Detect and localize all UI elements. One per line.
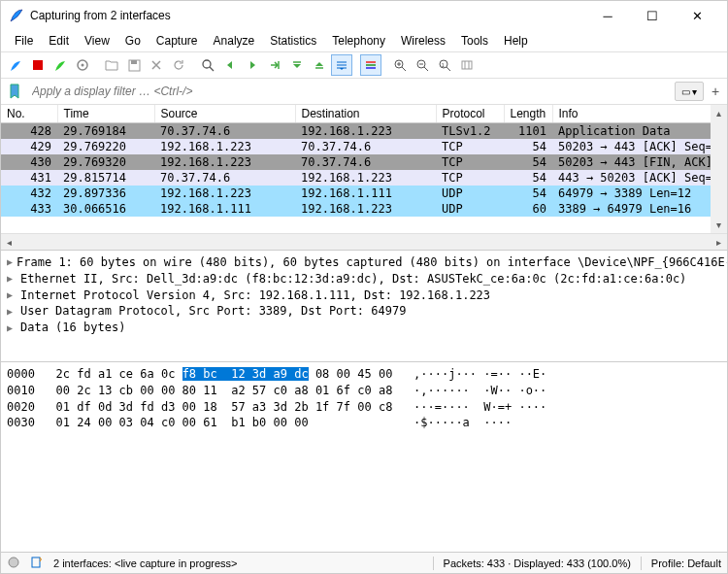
packet-row[interactable]: 43129.81571470.37.74.6192.168.1.223TCP54… bbox=[1, 170, 727, 186]
details-text: Data (16 bytes) bbox=[20, 320, 125, 336]
save-file-button[interactable] bbox=[123, 54, 145, 76]
goto-packet-button[interactable] bbox=[264, 54, 285, 76]
packet-row[interactable]: 42929.769220192.168.1.22370.37.74.6TCP54… bbox=[1, 139, 727, 154]
svg-rect-30 bbox=[32, 557, 40, 567]
svg-line-17 bbox=[402, 67, 406, 71]
filter-bar: ▭ ▾ + bbox=[1, 79, 727, 105]
hex-row[interactable]: 0020 01 df 0d 3d fd d3 00 18 57 a3 3d 2b… bbox=[7, 399, 721, 416]
toolbar: 1 bbox=[1, 51, 727, 79]
details-row[interactable]: ▶Data (16 bytes) bbox=[7, 320, 721, 336]
details-row[interactable]: ▶User Datagram Protocol, Src Port: 3389,… bbox=[7, 303, 721, 320]
zoom-reset-button[interactable]: 1 bbox=[434, 54, 455, 76]
svg-point-5 bbox=[203, 60, 211, 68]
add-filter-button[interactable]: + bbox=[708, 84, 723, 99]
expander-icon[interactable]: ▶ bbox=[7, 305, 17, 319]
status-bar: 2 interfaces: <live capture in progress>… bbox=[1, 552, 727, 573]
col-destination[interactable]: Destination bbox=[295, 105, 436, 123]
maximize-button[interactable]: ☐ bbox=[630, 1, 675, 30]
col-source[interactable]: Source bbox=[154, 105, 295, 123]
titlebar: Capturing from 2 interfaces ─ ☐ ✕ bbox=[1, 1, 727, 30]
scroll-left-icon[interactable]: ◂ bbox=[1, 234, 17, 251]
hex-row[interactable]: 0030 01 24 00 03 04 c0 00 61 b1 b0 00 00… bbox=[7, 415, 721, 431]
svg-line-21 bbox=[424, 67, 428, 71]
filter-expression-button[interactable]: ▭ ▾ bbox=[675, 82, 704, 101]
svg-rect-15 bbox=[366, 67, 376, 69]
packet-row[interactable]: 43330.066516192.168.1.111192.168.1.223UD… bbox=[1, 201, 727, 217]
svg-rect-13 bbox=[366, 61, 376, 63]
packet-row[interactable]: 43029.769320192.168.1.22370.37.74.6TCP54… bbox=[1, 154, 727, 170]
capture-options-button[interactable] bbox=[72, 54, 93, 76]
open-file-button[interactable] bbox=[101, 54, 122, 76]
auto-scroll-button[interactable] bbox=[331, 54, 352, 76]
close-file-button[interactable] bbox=[146, 54, 167, 76]
menu-analyze[interactable]: Analyze bbox=[206, 32, 263, 50]
stop-capture-button[interactable] bbox=[27, 54, 49, 76]
resize-columns-button[interactable] bbox=[456, 54, 478, 76]
menu-go[interactable]: Go bbox=[117, 32, 149, 50]
packet-details-pane[interactable]: ▶Frame 1: 60 bytes on wire (480 bits), 6… bbox=[1, 251, 727, 362]
col-length[interactable]: Length bbox=[504, 105, 552, 123]
scroll-down-icon[interactable]: ▾ bbox=[711, 217, 727, 233]
packet-list-vscroll[interactable]: ▴ ▾ bbox=[711, 105, 727, 233]
zoom-in-button[interactable] bbox=[389, 54, 411, 76]
details-text: Frame 1: 60 bytes on wire (480 bits), 60… bbox=[17, 254, 727, 271]
svg-line-24 bbox=[447, 67, 450, 71]
bookmark-icon[interactable] bbox=[5, 82, 24, 101]
expander-icon[interactable]: ▶ bbox=[7, 321, 17, 335]
status-profile[interactable]: Profile: Default bbox=[651, 557, 721, 569]
menu-wireless[interactable]: Wireless bbox=[393, 32, 453, 50]
find-packet-button[interactable] bbox=[197, 54, 218, 76]
zoom-out-button[interactable] bbox=[412, 54, 433, 76]
menubar: File Edit View Go Capture Analyze Statis… bbox=[1, 30, 727, 51]
packet-row[interactable]: 43229.897336192.168.1.223192.168.1.111UD… bbox=[1, 186, 727, 201]
go-back-button[interactable] bbox=[219, 54, 241, 76]
col-no[interactable]: No. bbox=[1, 105, 57, 123]
expander-icon[interactable]: ▶ bbox=[7, 255, 13, 269]
minimize-button[interactable]: ─ bbox=[585, 1, 630, 30]
svg-rect-0 bbox=[33, 60, 43, 70]
window-title: Capturing from 2 interfaces bbox=[30, 9, 585, 22]
menu-view[interactable]: View bbox=[77, 32, 117, 50]
status-packets: Packets: 433 · Displayed: 433 (100.0%) bbox=[444, 557, 631, 569]
go-forward-button[interactable] bbox=[242, 54, 263, 76]
details-row[interactable]: ▶Internet Protocol Version 4, Src: 192.1… bbox=[7, 287, 721, 304]
expert-info-icon[interactable] bbox=[7, 556, 20, 571]
col-info[interactable]: Info bbox=[552, 105, 727, 123]
details-row[interactable]: ▶Ethernet II, Src: Dell_3d:a9:dc (f8:bc:… bbox=[7, 271, 721, 287]
col-time[interactable]: Time bbox=[57, 105, 154, 123]
hex-row[interactable]: 0000 2c fd a1 ce 6a 0c f8 bc 12 3d a9 dc… bbox=[7, 366, 721, 383]
packet-list-hscroll[interactable]: ◂ ▸ bbox=[1, 233, 727, 250]
colorize-button[interactable] bbox=[360, 54, 381, 76]
menu-telephony[interactable]: Telephony bbox=[324, 32, 393, 50]
hex-row[interactable]: 0010 00 2c 13 cb 00 00 80 11 a2 57 c0 a8… bbox=[7, 383, 721, 399]
scroll-right-icon[interactable]: ▸ bbox=[711, 234, 727, 251]
app-icon bbox=[9, 8, 24, 23]
menu-statistics[interactable]: Statistics bbox=[262, 32, 324, 50]
menu-tools[interactable]: Tools bbox=[453, 32, 496, 50]
expander-icon[interactable]: ▶ bbox=[7, 288, 17, 302]
packet-list-pane: No. Time Source Destination Protocol Len… bbox=[1, 105, 727, 251]
menu-edit[interactable]: Edit bbox=[41, 32, 77, 50]
packet-row[interactable]: 42829.76918470.37.74.6192.168.1.223TLSv1… bbox=[1, 123, 727, 140]
svg-rect-14 bbox=[366, 64, 376, 66]
start-capture-button[interactable] bbox=[5, 54, 26, 76]
svg-rect-4 bbox=[131, 60, 137, 64]
menu-file[interactable]: File bbox=[7, 32, 41, 50]
details-row[interactable]: ▶Frame 1: 60 bytes on wire (480 bits), 6… bbox=[7, 254, 721, 271]
restart-capture-button[interactable] bbox=[50, 54, 71, 76]
menu-capture[interactable]: Capture bbox=[149, 32, 206, 50]
display-filter-input[interactable] bbox=[28, 83, 671, 100]
packet-list-header: No. Time Source Destination Protocol Len… bbox=[1, 105, 727, 123]
goto-last-button[interactable] bbox=[309, 54, 330, 76]
scroll-up-icon[interactable]: ▴ bbox=[711, 105, 727, 121]
details-text: Internet Protocol Version 4, Src: 192.16… bbox=[20, 287, 490, 304]
svg-line-6 bbox=[210, 67, 214, 71]
reload-button[interactable] bbox=[168, 54, 189, 76]
close-button[interactable]: ✕ bbox=[675, 1, 719, 30]
expander-icon[interactable]: ▶ bbox=[7, 272, 17, 286]
menu-help[interactable]: Help bbox=[496, 32, 536, 50]
packet-bytes-pane[interactable]: 0000 2c fd a1 ce 6a 0c f8 bc 12 3d a9 dc… bbox=[1, 362, 727, 552]
goto-first-button[interactable] bbox=[286, 54, 308, 76]
col-protocol[interactable]: Protocol bbox=[436, 105, 504, 123]
capture-file-properties-icon[interactable] bbox=[30, 556, 44, 571]
